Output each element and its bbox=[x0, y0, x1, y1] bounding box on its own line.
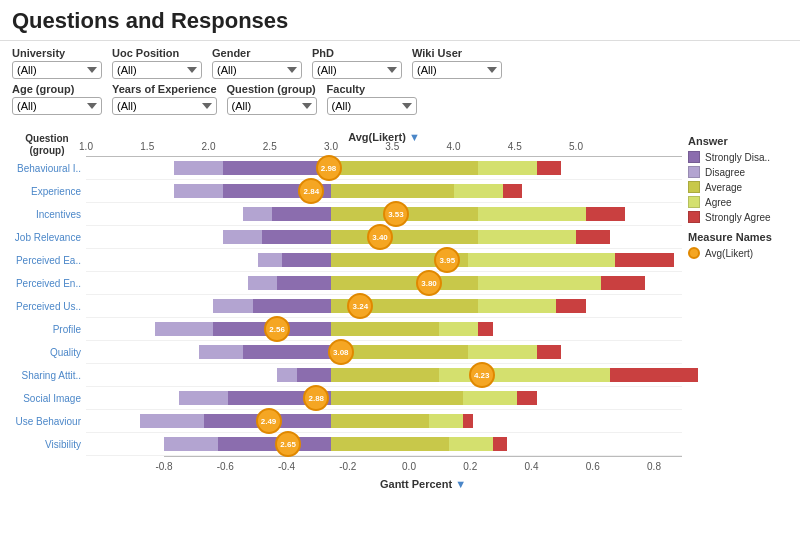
x-bottom-tick-00: 0.0 bbox=[402, 461, 416, 472]
chart-area: Question(group) Behavioural I..Experienc… bbox=[8, 129, 682, 490]
filter-group-r2-0: Age (group) (All) bbox=[12, 83, 102, 115]
y-axis-header-text: Question(group) bbox=[25, 133, 68, 157]
bar-row-10: 2.88 bbox=[86, 387, 682, 410]
bar-segment-3-2 bbox=[331, 230, 478, 244]
avg-badge-5: 3.80 bbox=[416, 270, 442, 296]
filter-group-wiki-user: Wiki User (All) bbox=[412, 47, 502, 79]
bar-segment-1-3 bbox=[454, 184, 503, 198]
bar-segment-0-2 bbox=[331, 161, 478, 175]
avg-badge-8: 3.08 bbox=[328, 339, 354, 365]
filter-label-0: University bbox=[12, 47, 102, 59]
legend-item-0: Strongly Disa.. bbox=[688, 151, 786, 163]
bar-segment-12-2 bbox=[331, 437, 449, 451]
filter-select-r2-2[interactable]: (All) bbox=[227, 97, 317, 115]
bar-segment-1-4 bbox=[503, 184, 523, 198]
bar-segment-5-2 bbox=[331, 276, 478, 290]
bar-row-2: 3.53 bbox=[86, 203, 682, 226]
filter-label-1: Uoc Position bbox=[112, 47, 202, 59]
filter-select-0[interactable]: (All) bbox=[12, 61, 102, 79]
bar-segment-10-2 bbox=[331, 391, 463, 405]
bar-row-6: 3.24 bbox=[86, 295, 682, 318]
x-axis-top: Avg(Likert) ▼ 1.01.52.02.53.03.54.04.55.… bbox=[86, 129, 682, 157]
x-bottom-tick-02: 0.2 bbox=[463, 461, 477, 472]
bar-row-7: 2.56 bbox=[86, 318, 682, 341]
x-bottom-tick-06: 0.6 bbox=[586, 461, 600, 472]
x-axis-top-title: Avg(Likert) ▼ bbox=[348, 131, 420, 143]
filter-select-1[interactable]: (All) bbox=[112, 61, 202, 79]
y-label-1[interactable]: Experience bbox=[8, 180, 86, 203]
legend-measure-label: Avg(Likert) bbox=[705, 248, 753, 259]
avg-badge-6: 3.24 bbox=[347, 293, 373, 319]
y-label-8[interactable]: Quality bbox=[8, 341, 86, 364]
chart-body: Question(group) Behavioural I..Experienc… bbox=[8, 129, 682, 490]
avg-badge-9: 4.23 bbox=[469, 362, 495, 388]
x-top-tick-30: 3.0 bbox=[324, 141, 338, 152]
y-label-12[interactable]: Visibility bbox=[8, 433, 86, 456]
legend: Answer Strongly Disa.. Disagree Average … bbox=[682, 129, 792, 490]
avg-badge-0: 2.98 bbox=[316, 155, 342, 181]
bar-segment-9-1 bbox=[277, 368, 297, 382]
legend-answer-title: Answer bbox=[688, 135, 786, 147]
legend-text-2: Average bbox=[705, 182, 742, 193]
bar-segment-10-1 bbox=[179, 391, 228, 405]
filter-select-r2-0[interactable]: (All) bbox=[12, 97, 102, 115]
bar-segment-2-4 bbox=[586, 207, 625, 221]
legend-item-3: Agree bbox=[688, 196, 786, 208]
x-top-tick-40: 4.0 bbox=[447, 141, 461, 152]
bar-segment-7-2 bbox=[331, 322, 439, 336]
bar-segment-5-3 bbox=[478, 276, 601, 290]
x-top-tick-35: 3.5 bbox=[385, 141, 399, 152]
bar-segment-4-0 bbox=[282, 253, 331, 267]
x-bottom-tick-neg04: -0.4 bbox=[278, 461, 295, 472]
filter-select-r2-1[interactable]: (All) bbox=[112, 97, 217, 115]
y-label-6[interactable]: Perceived Us.. bbox=[8, 295, 86, 318]
y-label-4[interactable]: Perceived Ea.. bbox=[8, 249, 86, 272]
bar-segment-12-1 bbox=[164, 437, 218, 451]
avg-badge-1: 2.84 bbox=[298, 178, 324, 204]
bar-segment-11-1 bbox=[140, 414, 204, 428]
bar-segment-11-4 bbox=[463, 414, 473, 428]
legend-swatch-4 bbox=[688, 211, 700, 223]
bar-segment-8-1 bbox=[199, 345, 243, 359]
y-label-7[interactable]: Profile bbox=[8, 318, 86, 341]
y-label-9[interactable]: Sharing Attit.. bbox=[8, 364, 86, 387]
legend-item-2: Average bbox=[688, 181, 786, 193]
bar-segment-5-0 bbox=[277, 276, 331, 290]
avg-badge-11: 2.49 bbox=[256, 408, 282, 434]
filter-row-1: University (All) Uoc Position (All) Gend… bbox=[12, 47, 788, 79]
bar-segment-5-1 bbox=[248, 276, 277, 290]
bar-segment-9-3 bbox=[439, 368, 611, 382]
filter-select-3[interactable]: (All) bbox=[312, 61, 402, 79]
filter-select-2[interactable]: (All) bbox=[212, 61, 302, 79]
y-labels: Behavioural I..ExperienceIncentivesJob R… bbox=[8, 157, 86, 456]
y-label-2[interactable]: Incentives bbox=[8, 203, 86, 226]
bar-segment-6-4 bbox=[556, 299, 585, 313]
bar-segment-5-4 bbox=[601, 276, 645, 290]
x-top-tick-25: 2.5 bbox=[263, 141, 277, 152]
legend-items: Strongly Disa.. Disagree Average Agree S… bbox=[688, 151, 786, 223]
legend-measure-item: Avg(Likert) bbox=[688, 247, 786, 259]
filter-select-4[interactable]: (All) bbox=[412, 61, 502, 79]
x-bottom-tick-04: 0.4 bbox=[525, 461, 539, 472]
bar-row-12: 2.65 bbox=[86, 433, 682, 456]
filter-group-phd: PhD (All) bbox=[312, 47, 402, 79]
bars-rows: 2.982.843.533.403.953.803.242.563.084.23… bbox=[86, 157, 682, 456]
y-label-3[interactable]: Job Relevance bbox=[8, 226, 86, 249]
bar-row-9: 4.23 bbox=[86, 364, 682, 387]
y-label-11[interactable]: Use Behaviour bbox=[8, 410, 86, 433]
y-label-5[interactable]: Perceived En.. bbox=[8, 272, 86, 295]
x-top-tick-20: 2.0 bbox=[202, 141, 216, 152]
y-label-10[interactable]: Social Image bbox=[8, 387, 86, 410]
bar-segment-3-3 bbox=[478, 230, 576, 244]
bar-row-3: 3.40 bbox=[86, 226, 682, 249]
legend-text-1: Disagree bbox=[705, 167, 745, 178]
x-top-tick-45: 4.5 bbox=[508, 141, 522, 152]
y-label-0[interactable]: Behavioural I.. bbox=[8, 157, 86, 180]
x-axis-bottom-wrapper: -0.8-0.6-0.4-0.20.00.20.40.60.8 Gantt Pe… bbox=[164, 456, 682, 490]
x-top-tick-50: 5.0 bbox=[569, 141, 583, 152]
avg-badge-4: 3.95 bbox=[434, 247, 460, 273]
bar-segment-6-1 bbox=[213, 299, 252, 313]
filter-label-r2-3: Faculty bbox=[327, 83, 417, 95]
filter-select-r2-3[interactable]: (All) bbox=[327, 97, 417, 115]
bar-segment-9-4 bbox=[610, 368, 698, 382]
